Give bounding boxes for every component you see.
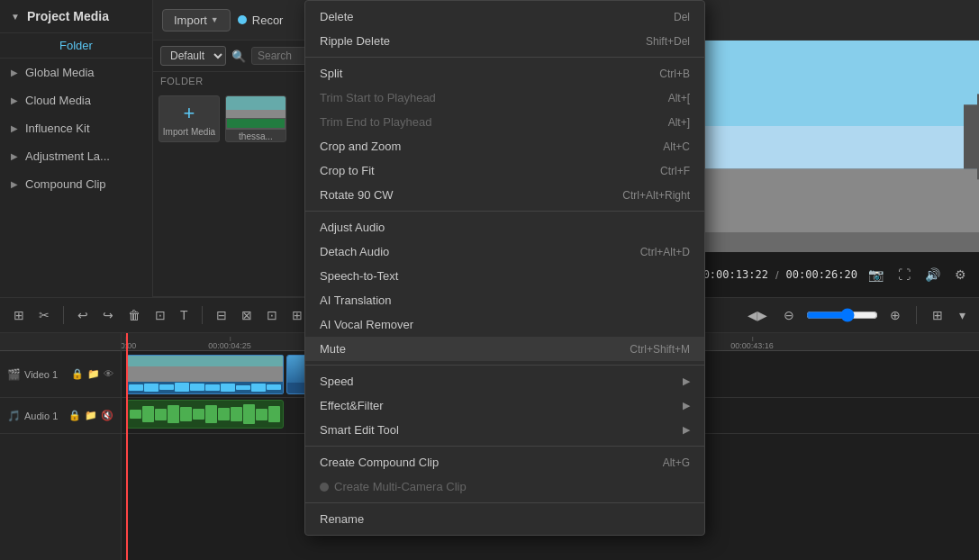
audio-bar	[218, 408, 230, 420]
sidebar-item-adjustment-layer[interactable]: ▶ Adjustment La...	[0, 142, 152, 170]
menu-item-label: Rename	[320, 512, 672, 526]
track-controls: 🔒 📁 🔇	[68, 410, 113, 421]
menu-item-label: Delete	[320, 10, 656, 23]
audio-track-label: 🎵 Audio 1 🔒 📁 🔇	[0, 398, 121, 434]
sidebar-folder-label[interactable]: Folder	[0, 33, 152, 59]
tl-snap-icon[interactable]: ⊟	[212, 305, 231, 325]
menu-item-trim-start: Trim Start to Playhead Alt+[	[305, 86, 704, 110]
audio-bar	[130, 410, 141, 419]
arrow-icon: ▶	[11, 151, 18, 161]
tl-zoom-in-icon[interactable]: ⊕	[885, 305, 905, 325]
menu-item-ai-translation[interactable]: AI Translation	[305, 288, 704, 312]
audio-bar	[231, 407, 242, 422]
sidebar-item-compound-clip[interactable]: ▶ Compound Clip	[0, 170, 152, 198]
menu-item-label: Crop and Zoom	[320, 140, 645, 153]
menu-item-effect-filter[interactable]: Effect&Filter ▶	[305, 393, 704, 418]
playhead-top	[126, 333, 128, 351]
audio-bar	[256, 409, 267, 420]
import-button[interactable]: Import ▼	[162, 9, 231, 32]
disabled-indicator	[320, 483, 329, 492]
menu-item-rename[interactable]: Rename	[305, 507, 704, 531]
menu-item-shortcut: Alt+G	[663, 456, 690, 469]
record-button[interactable]: Recor	[238, 14, 284, 27]
track-lock-icon2[interactable]: 🔒	[68, 410, 81, 421]
tl-redo-icon[interactable]: ↪	[98, 305, 118, 325]
tl-crop-icon[interactable]: ⊡	[150, 305, 170, 325]
preview-volume-icon[interactable]: 🔊	[921, 266, 944, 284]
waveform-bar	[190, 384, 204, 391]
audio-icon: 🎵	[7, 410, 21, 422]
audio-bar	[168, 405, 179, 424]
menu-item-ripple-delete[interactable]: Ripple Delete Shift+Del	[305, 29, 704, 53]
menu-item-shortcut: Ctrl+Alt+Right	[622, 189, 690, 202]
menu-item-ai-vocal-remover[interactable]: AI Vocal Remover	[305, 312, 704, 337]
submenu-arrow-icon: ▶	[683, 400, 690, 411]
menu-item-delete[interactable]: Delete Del	[305, 5, 704, 29]
audio-clip-1[interactable]	[126, 400, 284, 429]
media-view-select[interactable]: Default	[160, 46, 226, 66]
waveform-bar	[159, 384, 174, 390]
tl-add-track-icon[interactable]: ⊞	[9, 305, 29, 325]
tl-zoom-slider[interactable]	[806, 308, 878, 322]
menu-item-smart-edit[interactable]: Smart Edit Tool ▶	[305, 418, 704, 442]
track-eye-icon[interactable]: 👁	[104, 368, 113, 380]
menu-item-shortcut: Alt+]	[668, 116, 690, 129]
waveform-bar	[267, 384, 281, 390]
video-clip-1[interactable]	[126, 355, 284, 394]
media-panel-toolbar: Default 🔍	[153, 41, 305, 72]
menu-item-mute[interactable]: Mute Ctrl+Shift+M	[305, 337, 704, 361]
menu-item-adjust-audio[interactable]: Adjust Audio	[305, 215, 704, 239]
preview-screenshot-icon[interactable]: 📷	[865, 266, 887, 284]
track-lock-icon[interactable]: 🔒	[71, 368, 84, 380]
menu-separator	[305, 57, 704, 58]
menu-item-shortcut: Shift+Del	[646, 35, 690, 48]
sidebar-item-influence-kit[interactable]: ▶ Influence Kit	[0, 114, 152, 142]
menu-item-split[interactable]: Split Ctrl+B	[305, 61, 704, 86]
arrow-icon: ▶	[11, 68, 18, 77]
arrow-icon: ▶	[11, 123, 18, 133]
track-folder-icon[interactable]: 📁	[87, 368, 100, 380]
sidebar-item-global-media[interactable]: ▶ Global Media	[0, 59, 152, 86]
preview-settings-icon[interactable]: ⚙	[951, 266, 970, 284]
tl-cut-icon[interactable]: ✂	[34, 305, 54, 325]
menu-item-create-multicam: Create Multi-Camera Clip	[305, 474, 704, 499]
media-grid: + Import Media thessa...	[153, 90, 305, 148]
sidebar-item-label: Influence Kit	[25, 122, 90, 135]
menu-item-rotate-90[interactable]: Rotate 90 CW Ctrl+Alt+Right	[305, 183, 704, 207]
tl-compound-icon[interactable]: ⊡	[262, 305, 282, 325]
clip-waveform	[127, 382, 283, 393]
tl-text-icon[interactable]: T	[176, 305, 193, 325]
tl-undo-icon[interactable]: ↩	[73, 305, 93, 325]
tl-more-icon[interactable]: ▾	[955, 305, 970, 325]
waveform-bar	[205, 384, 220, 391]
sidebar-item-cloud-media[interactable]: ▶ Cloud Media	[0, 86, 152, 114]
menu-item-label: Split	[320, 67, 641, 80]
preview-fullscreen-icon[interactable]: ⛶	[894, 266, 914, 284]
audio-bar	[243, 404, 255, 424]
tl-delete-icon[interactable]: 🗑	[123, 305, 145, 325]
ruler-mark: 00:00:04:25	[208, 341, 251, 350]
menu-item-label: Trim Start to Playhead	[320, 91, 650, 104]
tl-zoom-out-icon[interactable]: ⊖	[779, 305, 799, 325]
menu-item-detach-audio[interactable]: Detach Audio Ctrl+Alt+D	[305, 239, 704, 264]
menu-item-speech-to-text[interactable]: Speech-to-Text	[305, 264, 704, 288]
tl-separator2	[202, 306, 203, 324]
menu-item-shortcut: Ctrl+Shift+M	[630, 343, 690, 356]
menu-item-label: Adjust Audio	[320, 221, 672, 234]
import-media-thumb[interactable]: + Import Media	[159, 95, 220, 142]
menu-item-label: Smart Edit Tool	[320, 423, 683, 437]
menu-item-label: Effect&Filter	[320, 399, 683, 412]
sidebar-collapse-arrow[interactable]: ▼	[11, 12, 20, 22]
tl-grid-icon[interactable]: ⊞	[928, 305, 947, 325]
track-mute-icon[interactable]: 🔇	[101, 410, 113, 421]
track-folder-icon2[interactable]: 📁	[85, 410, 97, 421]
menu-item-crop-fit[interactable]: Crop to Fit Ctrl+F	[305, 158, 704, 183]
media-thumb-thessaloniki[interactable]: thessa...	[225, 95, 286, 142]
menu-item-label: AI Translation	[320, 294, 672, 307]
tl-push-left-icon[interactable]: ◀▶	[743, 305, 772, 325]
audio-track-name: Audio 1	[24, 411, 58, 421]
menu-item-speed[interactable]: Speed ▶	[305, 369, 704, 393]
menu-item-crop-zoom[interactable]: Crop and Zoom Alt+C	[305, 134, 704, 158]
tl-split-icon[interactable]: ⊠	[237, 305, 257, 325]
menu-item-create-compound[interactable]: Create Compound Clip Alt+G	[305, 450, 704, 474]
